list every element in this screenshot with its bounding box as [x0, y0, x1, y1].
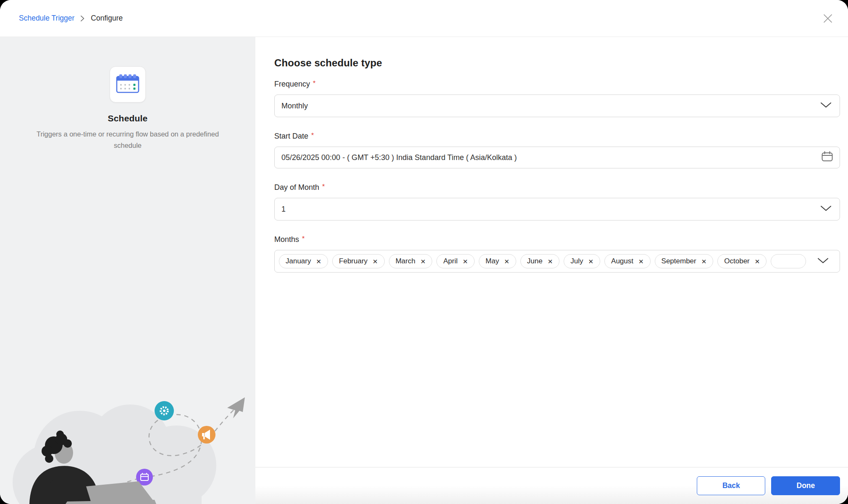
- month-chip: October ✕: [717, 254, 767, 268]
- gear-icon: [155, 401, 174, 420]
- months-chip-list: January ✕ February ✕ March ✕ April ✕ May…: [279, 254, 840, 268]
- month-chip-label: July: [570, 257, 583, 265]
- month-chip: June ✕: [520, 254, 559, 268]
- breadcrumb: Schedule Trigger Configure: [19, 14, 123, 23]
- months-group: Months * January ✕ February ✕ March ✕ Ap…: [274, 235, 840, 273]
- day-of-month-select[interactable]: 1: [274, 198, 840, 220]
- month-chip: January ✕: [279, 254, 328, 268]
- trigger-title: Schedule: [0, 113, 255, 123]
- configure-panel: Choose schedule type Frequency * Monthly…: [255, 37, 848, 504]
- month-chip-label: January: [286, 257, 311, 265]
- sidebar-illustration: [0, 381, 255, 504]
- frequency-value: Monthly: [281, 102, 308, 110]
- month-chip-label: October: [724, 257, 749, 265]
- month-chip: February ✕: [332, 254, 385, 268]
- breadcrumb-current: Configure: [91, 14, 123, 23]
- calendar-icon: [116, 73, 140, 96]
- chip-remove-icon[interactable]: ✕: [463, 258, 468, 265]
- start-date-input[interactable]: 05/26/2025 00:00 - ( GMT +5:30 ) India S…: [274, 147, 840, 168]
- month-chip-label: May: [486, 257, 499, 265]
- start-date-group: Start Date * 05/26/2025 00:00 - ( GMT +5…: [274, 132, 840, 168]
- month-chip-label: August: [611, 257, 633, 265]
- chip-remove-icon[interactable]: ✕: [588, 258, 593, 265]
- breadcrumb-link-schedule-trigger[interactable]: Schedule Trigger: [19, 14, 74, 23]
- back-button[interactable]: Back: [697, 476, 765, 495]
- month-chip-label: June: [527, 257, 543, 265]
- month-chip: March ✕: [389, 254, 433, 268]
- start-date-label: Start Date *: [274, 132, 840, 141]
- close-button[interactable]: [822, 13, 834, 25]
- megaphone-icon: [198, 426, 215, 444]
- schedule-trigger-dialog: Schedule Trigger Configure: [0, 0, 848, 504]
- arrow-icon: [227, 397, 245, 418]
- month-chip: August ✕: [604, 254, 651, 268]
- day-of-month-value: 1: [281, 205, 286, 214]
- frequency-group: Frequency * Monthly: [274, 80, 840, 117]
- close-icon: [822, 13, 833, 25]
- month-chip: April ✕: [436, 254, 475, 268]
- month-chip: May ✕: [479, 254, 516, 268]
- chevron-down-icon: [817, 257, 829, 266]
- chevron-down-icon: [820, 205, 832, 214]
- chip-remove-icon[interactable]: ✕: [755, 258, 760, 265]
- month-chip-label: March: [396, 257, 415, 265]
- chevron-right-icon: [80, 15, 85, 22]
- day-of-month-group: Day of Month * 1: [274, 183, 840, 220]
- panel-heading: Choose schedule type: [274, 57, 840, 69]
- month-chip-label: April: [443, 257, 457, 265]
- required-marker: *: [313, 80, 315, 87]
- trigger-description: Triggers a one-time or recurring flow ba…: [23, 129, 233, 151]
- chip-remove-icon[interactable]: ✕: [548, 258, 553, 265]
- month-chip: July ✕: [564, 254, 600, 268]
- month-chip-partial: [771, 254, 806, 268]
- required-marker: *: [311, 132, 314, 139]
- months-expand-control[interactable]: [807, 251, 839, 271]
- calendar-picker-icon[interactable]: [822, 151, 833, 164]
- dialog-body: Schedule Triggers a one-time or recurrin…: [0, 37, 848, 504]
- frequency-select[interactable]: Monthly: [274, 94, 840, 117]
- start-date-value: 05/26/2025 00:00 - ( GMT +5:30 ) India S…: [281, 153, 517, 162]
- chevron-down-icon: [820, 102, 832, 110]
- trigger-info-sidebar: Schedule Triggers a one-time or recurrin…: [0, 37, 255, 504]
- required-marker: *: [302, 236, 305, 242]
- chip-remove-icon[interactable]: ✕: [373, 258, 378, 265]
- months-label: Months *: [274, 235, 840, 244]
- chip-remove-icon[interactable]: ✕: [420, 258, 426, 265]
- frequency-label: Frequency *: [274, 80, 840, 89]
- schedule-icon-card: [110, 66, 146, 102]
- day-of-month-label: Day of Month *: [274, 183, 840, 192]
- month-chip-label: September: [662, 257, 696, 265]
- chip-remove-icon[interactable]: ✕: [316, 258, 321, 265]
- done-button[interactable]: Done: [771, 476, 840, 495]
- chip-remove-icon[interactable]: ✕: [504, 258, 509, 265]
- chip-remove-icon[interactable]: ✕: [638, 258, 644, 265]
- month-chip-label: February: [339, 257, 368, 265]
- required-marker: *: [322, 184, 325, 190]
- month-chip: September ✕: [655, 254, 714, 268]
- dialog-footer: Back Done: [255, 467, 848, 504]
- dialog-header: Schedule Trigger Configure: [0, 0, 848, 37]
- chip-remove-icon[interactable]: ✕: [701, 258, 707, 265]
- months-multiselect[interactable]: January ✕ February ✕ March ✕ April ✕ May…: [274, 250, 840, 273]
